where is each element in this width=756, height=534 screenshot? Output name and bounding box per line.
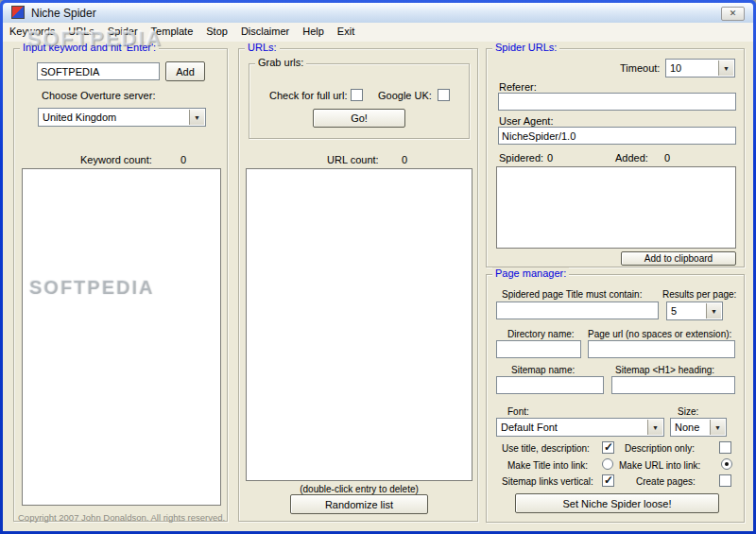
overture-server-value: United Kingdom bbox=[43, 112, 116, 123]
use-title-description-checkbox[interactable] bbox=[602, 441, 614, 454]
make-title-link-radio[interactable] bbox=[602, 458, 613, 470]
app-window: Niche Spider ✕ KeywordsURLsSpiderTemplat… bbox=[0, 0, 756, 534]
size-label: Size: bbox=[678, 406, 698, 417]
page-url-input[interactable] bbox=[588, 340, 735, 358]
menu-item-exit[interactable]: Exit bbox=[331, 23, 361, 42]
added-label: Added: bbox=[615, 152, 648, 164]
directory-name-input[interactable] bbox=[496, 340, 581, 358]
app-icon bbox=[11, 6, 25, 19]
referer-label: Referer: bbox=[499, 81, 537, 93]
menu-item-disclaimer[interactable]: Disclaimer bbox=[234, 23, 296, 42]
keywords-group-title: Input keyword and hit 'Enter': bbox=[20, 42, 159, 53]
use-title-description-label: Use title, description: bbox=[502, 443, 590, 454]
menu-item-urls[interactable]: URLs bbox=[61, 23, 101, 42]
menu-bar: KeywordsURLsSpiderTemplateStopDisclaimer… bbox=[3, 23, 753, 42]
size-value: None bbox=[675, 422, 699, 433]
google-uk-label: Google UK: bbox=[378, 90, 432, 101]
title-contain-label: Spidered page Title must contain: bbox=[502, 289, 642, 300]
spider-urls-group-title: Spider URLs: bbox=[492, 42, 559, 53]
spidered-list[interactable] bbox=[496, 166, 736, 249]
spider-urls-group: Spider URLs: Timeout: 10 ▼ Referer: User… bbox=[486, 48, 745, 267]
check-full-url-checkbox[interactable] bbox=[351, 89, 363, 101]
spidered-value: 0 bbox=[547, 152, 553, 164]
timeout-label: Timeout: bbox=[620, 62, 660, 74]
sitemap-h1-input[interactable] bbox=[611, 376, 735, 394]
sitemap-links-vertical-checkbox[interactable] bbox=[602, 474, 614, 487]
keyword-input[interactable] bbox=[37, 62, 160, 80]
chevron-down-icon: ▼ bbox=[647, 420, 662, 435]
create-pages-label: Create pages: bbox=[636, 476, 696, 487]
user-agent-label: User Agent: bbox=[499, 115, 553, 127]
chevron-down-icon: ▼ bbox=[718, 60, 733, 76]
timeout-value: 10 bbox=[670, 62, 681, 74]
page-manager-group-title: Page manager: bbox=[492, 267, 569, 279]
sitemap-h1-label: Sitemap <H1> heading: bbox=[615, 365, 714, 375]
go-button[interactable]: Go! bbox=[313, 109, 405, 128]
copyright-text: Copyright 2007 John Donaldson. All right… bbox=[18, 512, 225, 523]
delete-hint-text: (double-click entry to delete) bbox=[239, 484, 479, 494]
chevron-down-icon: ▼ bbox=[189, 110, 204, 125]
size-select[interactable]: None ▼ bbox=[670, 418, 727, 437]
results-per-page-select[interactable]: 5 ▼ bbox=[666, 301, 723, 320]
menu-item-keywords[interactable]: Keywords bbox=[3, 23, 61, 42]
menu-item-help[interactable]: Help bbox=[296, 23, 331, 42]
menu-item-stop[interactable]: Stop bbox=[199, 23, 234, 42]
results-per-page-label: Results per page: bbox=[662, 289, 736, 300]
grab-urls-group-title: Grab urls: bbox=[255, 57, 306, 68]
sitemap-links-vertical-label: Sitemap links vertical: bbox=[502, 476, 593, 487]
font-value: Default Font bbox=[501, 422, 558, 433]
timeout-select[interactable]: 10 ▼ bbox=[665, 59, 735, 78]
title-contain-input[interactable] bbox=[496, 301, 659, 319]
menu-item-spider[interactable]: Spider bbox=[101, 23, 145, 42]
keyword-count-value: 0 bbox=[180, 154, 186, 165]
add-keyword-button[interactable]: Add bbox=[165, 61, 205, 81]
directory-name-label: Directory name: bbox=[507, 329, 575, 339]
spidered-label: Spidered: bbox=[499, 152, 543, 164]
url-list[interactable] bbox=[246, 168, 472, 481]
url-count-label: URL count: bbox=[327, 154, 379, 165]
description-only-checkbox[interactable] bbox=[719, 441, 731, 454]
url-count-value: 0 bbox=[402, 154, 407, 165]
chevron-down-icon: ▼ bbox=[706, 303, 721, 319]
make-url-link-label: Make URL into link: bbox=[619, 460, 700, 471]
urls-group: URLs: Grab urls: Check for full url: Goo… bbox=[238, 48, 478, 522]
keyword-count-label: Keyword count: bbox=[80, 154, 152, 165]
menu-item-template[interactable]: Template bbox=[145, 23, 200, 42]
randomize-list-button[interactable]: Randomize list bbox=[290, 494, 428, 514]
window-title: Niche Spider bbox=[31, 7, 96, 20]
add-to-clipboard-button[interactable]: Add to clipboard bbox=[621, 251, 736, 266]
added-value: 0 bbox=[664, 152, 670, 164]
page-url-label: Page url (no spaces or extension): bbox=[588, 329, 731, 339]
google-uk-checkbox[interactable] bbox=[438, 89, 450, 101]
make-url-link-radio[interactable] bbox=[721, 458, 732, 470]
sitemap-name-label: Sitemap name: bbox=[511, 365, 575, 375]
grab-urls-group: Grab urls: Check for full url: Google UK… bbox=[249, 63, 470, 139]
urls-group-title: URLs: bbox=[245, 42, 280, 53]
title-bar[interactable]: Niche Spider ✕ bbox=[3, 3, 753, 23]
chevron-down-icon: ▼ bbox=[710, 420, 725, 435]
results-per-page-value: 5 bbox=[671, 305, 677, 317]
overture-server-label: Choose Overture server: bbox=[42, 90, 155, 101]
sitemap-name-input[interactable] bbox=[496, 376, 604, 394]
overture-server-select[interactable]: United Kingdom ▼ bbox=[38, 108, 206, 127]
user-agent-input[interactable] bbox=[498, 127, 736, 145]
close-icon: ✕ bbox=[730, 9, 737, 18]
set-spider-loose-button[interactable]: Set Niche Spider loose! bbox=[515, 493, 719, 513]
create-pages-checkbox[interactable] bbox=[719, 474, 731, 487]
font-select[interactable]: Default Font ▼ bbox=[496, 418, 664, 437]
font-label: Font: bbox=[507, 406, 529, 417]
keyword-list[interactable] bbox=[22, 168, 221, 506]
make-title-link-label: Make Title into link: bbox=[507, 460, 588, 471]
description-only-label: Description only: bbox=[625, 443, 695, 454]
referer-input[interactable] bbox=[498, 93, 736, 111]
close-button[interactable]: ✕ bbox=[721, 7, 745, 21]
page-manager-group: Page manager: Spidered page Title must c… bbox=[486, 274, 745, 523]
keywords-group: Input keyword and hit 'Enter': Add Choos… bbox=[13, 48, 228, 522]
check-full-url-label: Check for full url: bbox=[269, 90, 348, 101]
